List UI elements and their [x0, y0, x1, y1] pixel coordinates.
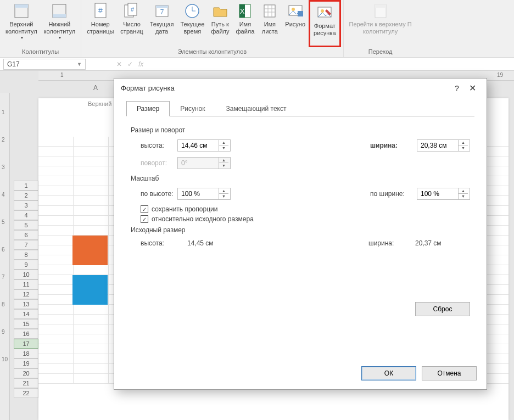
spin-up[interactable]: ▲: [459, 140, 468, 145]
svg-rect-3: [53, 14, 66, 18]
width-field[interactable]: [417, 140, 458, 151]
reset-button[interactable]: Сброс: [415, 302, 470, 316]
tab-picture[interactable]: Рисунок: [170, 101, 215, 116]
spin-down[interactable]: ▼: [459, 194, 468, 199]
checkbox-icon: ✓: [141, 215, 148, 223]
format-picture-icon: [316, 4, 333, 21]
help-button[interactable]: ?: [449, 84, 465, 93]
lock-aspect-checkbox[interactable]: ✓ сохранить пропорции: [141, 205, 470, 213]
section-original: Исходный размер: [131, 226, 470, 234]
ribbon-group-nav: Перейти к верхнему П колонтитулу Переход: [344, 0, 417, 57]
sheetname-button[interactable]: Имя листа: [258, 0, 282, 47]
row-header[interactable]: 20: [14, 368, 38, 378]
svg-text:X: X: [240, 7, 245, 15]
svg-text:7: 7: [160, 8, 164, 16]
row-header[interactable]: 17: [14, 339, 38, 349]
enter-icon: ✓: [127, 60, 133, 68]
pagenum-button[interactable]: # Номер страницы: [83, 0, 117, 47]
row-header[interactable]: 3: [14, 200, 38, 210]
curdate-button[interactable]: 7 Текущая дата: [147, 0, 177, 47]
dialog-tabs: Размер Рисунок Замещающий текст: [126, 101, 474, 116]
filename-label: Имя файла: [236, 21, 255, 35]
ribbon-group-headers: Верхний колонтитул▾ Нижний колонтитул▾ К…: [0, 0, 81, 57]
header-button[interactable]: Верхний колонтитул▾: [2, 0, 41, 47]
relative-orig-checkbox[interactable]: ✓ относительно исходного размера: [141, 215, 470, 223]
fx-icon[interactable]: fx: [138, 60, 143, 68]
filename-button[interactable]: X Имя файла: [233, 0, 258, 47]
row-header[interactable]: 18: [14, 349, 38, 359]
header-label: Верхний колонтитул: [5, 21, 37, 35]
row-header[interactable]: 19: [14, 359, 38, 368]
pagecount-button[interactable]: # Число страниц: [117, 0, 146, 47]
spin-down[interactable]: ▼: [219, 145, 228, 151]
row-header[interactable]: 4: [14, 210, 38, 220]
format-picture-button[interactable]: Формат рисунка: [309, 0, 341, 47]
row-header[interactable]: 14: [14, 309, 38, 319]
name-box[interactable]: G17 ▼: [3, 59, 86, 70]
spin-down[interactable]: ▼: [219, 194, 228, 199]
picture-button[interactable]: Рисуно: [282, 0, 309, 47]
row-header[interactable]: 15: [14, 319, 38, 329]
rotation-field: [178, 158, 219, 169]
row-header[interactable]: 1: [14, 181, 38, 191]
sheetname-label: Имя листа: [262, 21, 278, 35]
height-input[interactable]: ▲▼: [177, 139, 231, 152]
page-header-label: Верхний: [88, 100, 111, 107]
svg-rect-18: [264, 5, 275, 17]
footer-label: Нижний колонтитул: [44, 21, 76, 35]
spin-down[interactable]: ▼: [459, 145, 468, 151]
row-header[interactable]: 16: [14, 329, 38, 339]
height-field[interactable]: [178, 140, 219, 151]
cancel-button[interactable]: Отмена: [422, 366, 477, 380]
scale-w-field[interactable]: [417, 188, 458, 199]
scale-w-label: по ширине:: [370, 190, 417, 198]
scale-h-label: по высоте:: [131, 190, 177, 198]
dialog-body: Размер и поворот высота: ▲▼ ширина: ▲▼ п…: [114, 116, 487, 360]
spin-down: ▼: [219, 163, 228, 169]
formula-bar-icons: ✕ ✓ fx: [116, 60, 143, 68]
dialog-titlebar[interactable]: Формат рисунка ? ✕: [114, 79, 487, 98]
rotation-input: ▲▼: [177, 157, 231, 169]
height-label: высота:: [131, 142, 177, 149]
spin-up[interactable]: ▲: [459, 188, 468, 194]
filepath-label: Путь к файлу: [211, 21, 229, 35]
orig-height-label: высота:: [141, 239, 187, 247]
goto-icon: [372, 2, 389, 20]
close-button[interactable]: ✕: [465, 83, 480, 93]
row-header[interactable]: 10: [14, 270, 38, 279]
row-header[interactable]: 13: [14, 299, 38, 309]
row-header[interactable]: 2: [14, 191, 38, 200]
spin-up: ▲: [219, 158, 228, 163]
column-header-a[interactable]: A: [93, 84, 98, 92]
scale-w-input[interactable]: ▲▼: [417, 188, 470, 200]
picture-icon: [287, 2, 304, 20]
footer-button[interactable]: Нижний колонтитул▾: [41, 0, 79, 47]
width-input[interactable]: ▲▼: [417, 139, 470, 152]
tab-alttext[interactable]: Замещающий текст: [216, 101, 297, 116]
ok-button[interactable]: ОК: [361, 366, 416, 380]
row-header[interactable]: 9: [14, 260, 38, 270]
filepath-button[interactable]: Путь к файлу: [208, 0, 232, 47]
row-header[interactable]: 22: [14, 388, 38, 398]
row-header[interactable]: 5: [14, 220, 38, 230]
orig-width-value: 20,37 см: [415, 239, 470, 247]
cancel-icon: ✕: [116, 60, 122, 68]
name-box-arrow-icon[interactable]: ▼: [77, 61, 82, 67]
row-header[interactable]: 7: [14, 240, 38, 250]
row-header[interactable]: 6: [14, 230, 38, 240]
row-header[interactable]: 11: [14, 279, 38, 289]
row-header[interactable]: 12: [14, 289, 38, 299]
svg-rect-1: [15, 4, 28, 8]
row-header[interactable]: 21: [14, 378, 38, 388]
spin-up[interactable]: ▲: [219, 140, 228, 145]
spin-up[interactable]: ▲: [219, 188, 228, 194]
tab-size[interactable]: Размер: [126, 101, 170, 116]
name-box-value: G17: [7, 60, 20, 68]
curtime-label: Текущее время: [180, 21, 204, 35]
scale-h-field[interactable]: [178, 188, 219, 199]
pagenum-label: Номер страницы: [87, 21, 114, 35]
scale-h-input[interactable]: ▲▼: [177, 188, 231, 200]
goto-label: Перейти к верхнему П колонтитулу: [349, 21, 412, 35]
curtime-button[interactable]: Текущее время: [177, 0, 208, 47]
row-header[interactable]: 8: [14, 250, 38, 260]
